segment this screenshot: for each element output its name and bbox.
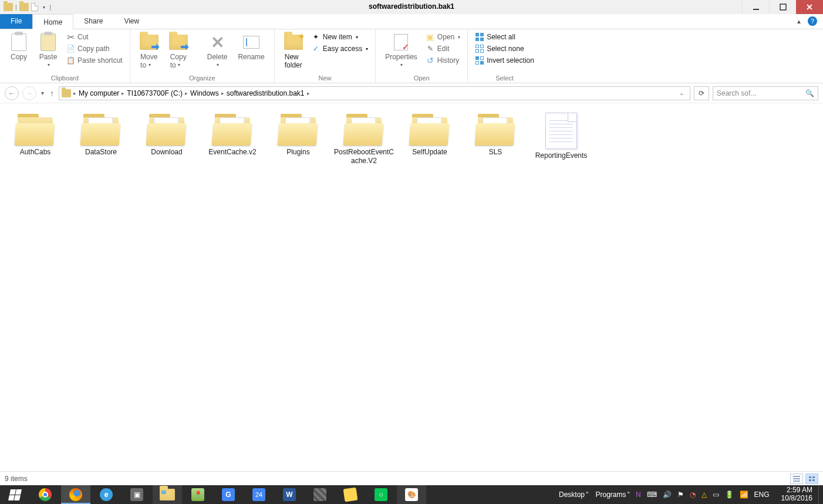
select-all-button[interactable]: Select all — [474, 32, 535, 42]
taskbar-app-square[interactable]: ▣ — [122, 485, 151, 504]
ribbon-collapse-icon[interactable]: ▲ — [796, 18, 802, 25]
file-item[interactable]: AuthCabs — [2, 110, 68, 168]
file-item[interactable]: PostRebootEventCache.V2 — [331, 110, 397, 168]
copy-button[interactable]: Copy — [6, 32, 32, 62]
taskbar-chrome[interactable] — [31, 485, 60, 504]
copy-path-button[interactable]: 📄Copy path — [65, 43, 124, 54]
close-button[interactable] — [796, 0, 823, 14]
taskbar-ie[interactable]: e — [92, 485, 121, 504]
tab-home[interactable]: Home — [32, 14, 73, 29]
taskbar-word[interactable]: W — [275, 485, 304, 504]
tray-onenote-icon[interactable]: N — [636, 491, 641, 499]
file-item-label: Download — [151, 148, 182, 157]
invert-selection-button[interactable]: Invert selection — [474, 55, 535, 66]
crumb-0[interactable]: My computer▸ — [79, 89, 124, 97]
tray-network-icon[interactable]: 📶 — [740, 491, 748, 499]
quick-folder-icon-2[interactable] — [19, 3, 29, 11]
move-to-button[interactable]: Move to▾ — [136, 32, 162, 69]
file-item[interactable]: Download — [134, 110, 200, 168]
select-none-icon — [475, 44, 484, 53]
file-item[interactable]: SelfUpdate — [397, 110, 463, 168]
address-bar[interactable]: ▸ My computer▸ TI10673700F (C:)▸ Windows… — [59, 86, 690, 100]
search-input[interactable]: Search sof... 🔍 — [713, 86, 818, 100]
taskbar-maps[interactable]: 📍 — [183, 485, 213, 504]
taskbar-line[interactable]: ○ — [366, 485, 396, 504]
quick-customize-dropdown[interactable]: ▾ — [41, 5, 48, 10]
taskbar-bricks[interactable] — [305, 485, 335, 504]
tray-volume-icon[interactable]: 🔊 — [663, 491, 672, 499]
file-item-label: EventCache.v2 — [208, 148, 256, 157]
show-desktop-button[interactable] — [818, 485, 823, 504]
copy-to-button[interactable]: Copy to▾ — [166, 32, 191, 69]
quick-doc-icon[interactable] — [31, 3, 38, 11]
taskbar-translate[interactable]: G — [214, 485, 243, 504]
taskbar-notes[interactable] — [336, 485, 365, 504]
tray-drive-icon[interactable]: △ — [701, 491, 707, 499]
file-item-label: SelfUpdate — [412, 148, 447, 157]
start-button[interactable] — [0, 485, 29, 504]
open-button[interactable]: ▣Open▾ — [424, 32, 461, 42]
tray-sync-icon[interactable]: ◔ — [690, 491, 696, 499]
tray-flag-icon[interactable]: ⚑ — [677, 491, 684, 499]
taskbar-firefox[interactable] — [61, 485, 90, 504]
taskbar-clock[interactable]: 2:59 AM 10/8/2016 — [775, 486, 818, 503]
maximize-button[interactable] — [769, 0, 796, 14]
file-item[interactable]: EventCache.v2 — [200, 110, 265, 168]
address-dropdown-icon[interactable]: ⌄ — [676, 90, 687, 96]
help-icon[interactable]: ? — [808, 16, 817, 26]
folder-icon — [80, 113, 122, 146]
ribbon-group-new: ✦New folder ✦New item▾ ✓Easy access▾ New — [275, 29, 376, 83]
file-item[interactable]: ReportingEvents — [528, 110, 594, 168]
forward-button[interactable]: → — [22, 86, 36, 100]
tray-keyboard-icon[interactable]: ⌨ — [647, 491, 657, 499]
details-view-button[interactable] — [790, 473, 803, 484]
up-button[interactable]: ↑ — [49, 89, 55, 98]
folder-icon — [146, 113, 188, 146]
tab-file[interactable]: File — [0, 13, 32, 29]
tab-view[interactable]: View — [113, 13, 150, 29]
refresh-button[interactable]: ⟳ — [694, 86, 709, 100]
svg-rect-1 — [780, 4, 786, 10]
paste-icon — [41, 33, 56, 51]
crumb-2[interactable]: Windows▸ — [190, 89, 224, 97]
select-none-button[interactable]: Select none — [474, 43, 535, 54]
file-item[interactable]: SLS — [463, 110, 528, 168]
minimize-button[interactable] — [742, 0, 769, 14]
edit-button[interactable]: ✎Edit — [424, 43, 461, 54]
ribbon-group-select: Select all Select none Invert selection … — [468, 29, 541, 83]
back-button[interactable]: ← — [5, 86, 19, 100]
svg-rect-0 — [753, 9, 759, 10]
new-item-button[interactable]: ✦New item▾ — [310, 32, 369, 42]
quick-folder-icon-1[interactable] — [4, 3, 13, 11]
properties-button[interactable]: Properties▾ — [382, 32, 421, 69]
easy-access-button[interactable]: ✓Easy access▾ — [310, 43, 369, 54]
cut-button[interactable]: ✂Cut — [65, 32, 124, 42]
tray-display-icon[interactable]: ▭ — [713, 491, 719, 499]
file-list-area[interactable]: AuthCabsDataStoreDownloadEventCache.v2Pl… — [0, 103, 823, 469]
taskbar-desktop-link[interactable]: Desktop» — [559, 491, 588, 499]
tab-share[interactable]: Share — [73, 13, 113, 29]
file-item-label: SLS — [489, 148, 502, 157]
crumb-1[interactable]: TI10673700F (C:)▸ — [127, 89, 188, 97]
rename-button[interactable]: Rename — [234, 32, 268, 62]
taskbar-programs-link[interactable]: Programs» — [595, 491, 629, 499]
tray-battery-icon[interactable]: 🔋 — [725, 491, 734, 499]
taskbar-paint[interactable]: 🎨 — [397, 485, 426, 504]
text-file-icon — [545, 113, 577, 149]
icons-view-button[interactable] — [805, 473, 818, 484]
new-folder-button[interactable]: ✦New folder — [281, 32, 306, 70]
taskbar-explorer[interactable] — [153, 485, 182, 504]
crumb-3[interactable]: softwaredistribution.bak1▸ — [227, 89, 310, 97]
paste-button[interactable]: Paste▾ — [35, 32, 61, 69]
titlebar: | ▾ | softwaredistribution.bak1 — [0, 0, 823, 14]
file-item-label: DataStore — [85, 148, 117, 157]
delete-icon: ✕ — [211, 33, 224, 52]
file-item[interactable]: Plugins — [265, 110, 331, 168]
file-item[interactable]: DataStore — [68, 110, 134, 168]
tray-lang[interactable]: ENG — [754, 491, 770, 499]
taskbar-calendar[interactable]: 24 — [244, 485, 274, 504]
recent-locations-dropdown[interactable]: ▾ — [40, 90, 45, 96]
history-button[interactable]: ↺History — [424, 55, 461, 66]
delete-button[interactable]: ✕Delete▾ — [204, 32, 231, 69]
paste-shortcut-button[interactable]: 📋Paste shortcut — [65, 55, 124, 66]
